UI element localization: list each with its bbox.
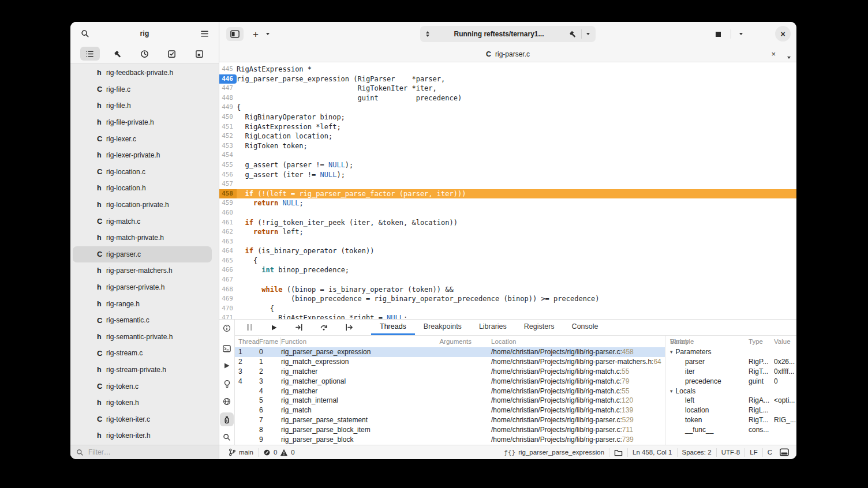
column-header[interactable]: Arguments: [426, 338, 480, 345]
line-number[interactable]: 460: [219, 208, 237, 218]
file-item[interactable]: hrig-feedback-private.h: [73, 65, 212, 81]
file-item[interactable]: Crig-stream.c: [73, 345, 212, 362]
run-panel-button[interactable]: [220, 359, 234, 373]
stack-frame-row[interactable]: 6rig_match/home/christian/Projects/rig/l…: [235, 406, 665, 415]
search-icon[interactable]: [77, 27, 92, 40]
build-dropdown-icon[interactable]: [586, 33, 590, 35]
suggestions-panel-button[interactable]: [220, 377, 234, 391]
file-item[interactable]: hrig-parser-private.h: [73, 279, 212, 296]
column-header[interactable]: Value: [774, 338, 796, 345]
file-item[interactable]: hrig-lexer-private.h: [73, 147, 212, 164]
file-item[interactable]: Crig-lexer.c: [73, 130, 212, 147]
file-item[interactable]: Crig-location.c: [73, 164, 212, 181]
column-header[interactable]: Variable: [670, 338, 749, 345]
line-number[interactable]: 459: [219, 198, 237, 208]
terminal-panel-button[interactable]: [220, 341, 234, 355]
search-panel-button[interactable]: [220, 430, 234, 444]
run-dropdown[interactable]: [736, 27, 746, 41]
line-number[interactable]: 463: [219, 237, 237, 247]
variable-row[interactable]: iterRigT...0xffff...: [665, 367, 796, 377]
stack-frame-row[interactable]: 32rig_matcher/home/christian/Projects/ri…: [235, 367, 665, 377]
column-header[interactable]: Function: [281, 338, 426, 345]
toggle-left-panel-button[interactable]: [226, 27, 244, 41]
column-header[interactable]: Thread: [238, 337, 259, 346]
column-header[interactable]: Frame: [259, 337, 281, 346]
file-item[interactable]: hrig-token-iter.h: [73, 427, 212, 444]
file-item[interactable]: hrig-token.h: [73, 395, 212, 411]
variable-group[interactable]: ▾Parameters: [665, 347, 796, 357]
stack-frame-row[interactable]: 43rig_matcher_optional/home/christian/Pr…: [235, 376, 665, 386]
file-item[interactable]: hrig-range.h: [73, 295, 212, 312]
editor-tab[interactable]: C rig-parser.c: [219, 46, 796, 62]
line-number[interactable]: 450: [219, 112, 237, 122]
new-tab-button[interactable]: +: [248, 27, 263, 41]
toggle-bottom-panel-button[interactable]: [777, 445, 792, 459]
stack-frame-row[interactable]: 7rig_parser_parse_statement/home/christi…: [235, 415, 665, 425]
variable-row[interactable]: parserRigP...0x26...: [665, 357, 796, 367]
tab-close-icon[interactable]: ×: [771, 50, 776, 58]
file-item[interactable]: Crig-parser.c: [73, 246, 212, 263]
sidebar-tab-documentation[interactable]: [189, 47, 209, 61]
debugger-panel-button[interactable]: [220, 412, 234, 426]
stack-frame-row[interactable]: 4rig_matcher/home/christian/Projects/rig…: [235, 386, 665, 396]
line-number[interactable]: 445: [219, 65, 237, 74]
file-item[interactable]: hrig-stream-private.h: [73, 362, 212, 378]
file-item[interactable]: hrig-match-private.h: [73, 230, 212, 246]
code-editor[interactable]: 445RigAstExpression *446rig_parser_parse…: [219, 62, 796, 319]
continue-button[interactable]: [267, 321, 282, 335]
variable-group[interactable]: ▾Locals: [665, 386, 796, 396]
line-number[interactable]: 465: [219, 256, 237, 266]
variable-row[interactable]: locationRigL...: [665, 406, 796, 415]
line-number[interactable]: 447: [219, 84, 237, 93]
diagnostics-indicator[interactable]: 0 0: [259, 445, 300, 459]
file-item[interactable]: Crig-token.c: [73, 378, 212, 395]
stack-frame-row[interactable]: 8rig_parser_parse_block_item/home/christ…: [235, 425, 665, 434]
file-item[interactable]: Crig-token-iter.c: [73, 411, 212, 427]
line-number[interactable]: 448: [219, 93, 237, 103]
project-folder-button[interactable]: [609, 445, 627, 459]
line-ending-setting[interactable]: LF: [745, 445, 762, 459]
variable-row[interactable]: tokenRigT...RIG_...: [665, 415, 796, 425]
line-number[interactable]: 451: [219, 122, 237, 132]
line-number[interactable]: 456: [219, 170, 237, 180]
stack-frame-row[interactable]: 5rig_match_internal/home/christian/Proje…: [235, 396, 665, 406]
web-panel-button[interactable]: [220, 395, 234, 408]
sidebar-tab-outline[interactable]: [80, 47, 100, 61]
window-close-button[interactable]: ×: [775, 26, 791, 42]
variable-row[interactable]: precedenceguint0: [665, 376, 796, 386]
step-out-button[interactable]: [341, 321, 356, 335]
line-number[interactable]: 455: [219, 160, 237, 170]
line-number[interactable]: 471: [219, 313, 237, 319]
debugger-tab-registers[interactable]: Registers: [515, 320, 563, 335]
line-number[interactable]: 446: [219, 74, 237, 84]
sidebar-tab-tests[interactable]: [162, 47, 182, 61]
build-hammer-icon[interactable]: [568, 30, 577, 38]
line-number[interactable]: 457: [219, 179, 237, 189]
encoding-setting[interactable]: UTF-8: [717, 445, 745, 459]
line-number[interactable]: 458: [219, 189, 237, 199]
omnibar[interactable]: Running reftests/ternary1...: [420, 26, 596, 42]
filter-input[interactable]: [87, 448, 176, 457]
current-function[interactable]: ƒ{} rig_parser_parse_expression: [499, 445, 609, 459]
variable-row[interactable]: __func__cons...: [665, 425, 796, 434]
stack-frame-row[interactable]: 10rig_parser_parse_expression/home/chris…: [235, 347, 665, 357]
file-item[interactable]: Crig-file.c: [73, 81, 212, 98]
sidebar-tab-build[interactable]: [107, 47, 127, 61]
stack-frame-row[interactable]: 9rig_parser_parse_block/home/christian/P…: [235, 434, 665, 444]
variable-row[interactable]: leftRigA...<opti...: [665, 396, 796, 406]
menu-icon[interactable]: [197, 27, 212, 40]
line-number[interactable]: 470: [219, 304, 237, 314]
info-button[interactable]: [220, 321, 234, 335]
file-item[interactable]: hrig-file.h: [73, 97, 212, 114]
file-item[interactable]: Crig-semantic.c: [73, 312, 212, 329]
line-number[interactable]: 462: [219, 227, 237, 237]
step-into-button[interactable]: [291, 321, 306, 335]
debugger-tab-threads[interactable]: Threads: [371, 320, 415, 335]
column-header[interactable]: Type: [749, 338, 774, 345]
file-item[interactable]: Crig-match.c: [73, 213, 212, 230]
sidebar-tab-history[interactable]: [134, 47, 154, 61]
language-mode[interactable]: C: [763, 445, 777, 459]
line-number[interactable]: 467: [219, 275, 237, 285]
line-number[interactable]: 449: [219, 103, 237, 112]
line-number[interactable]: 469: [219, 294, 237, 304]
